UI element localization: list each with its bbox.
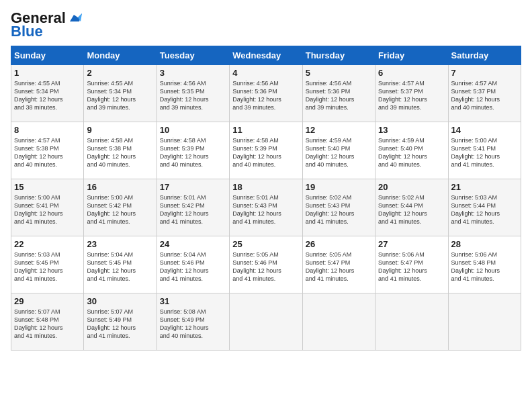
logo-blue-text: Blue xyxy=(11,23,43,40)
header-tuesday: Tuesday xyxy=(157,46,229,65)
calendar-cell: 30Sunrise: 5:07 AM Sunset: 5:49 PM Dayli… xyxy=(84,293,157,351)
header: General Blue xyxy=(11,11,521,40)
day-number: 14 xyxy=(451,125,518,135)
header-sunday: Sunday xyxy=(11,46,84,65)
day-number: 4 xyxy=(232,68,299,78)
day-number: 5 xyxy=(306,68,372,78)
day-number: 2 xyxy=(87,68,153,78)
day-number: 28 xyxy=(451,239,518,249)
day-number: 9 xyxy=(87,125,153,135)
week-row-3: 15Sunrise: 5:00 AM Sunset: 5:41 PM Dayli… xyxy=(11,179,521,236)
week-row-1: 1Sunrise: 4:55 AM Sunset: 5:34 PM Daylig… xyxy=(11,65,521,122)
header-row: SundayMondayTuesdayWednesdayThursdayFrid… xyxy=(11,46,521,65)
calendar-cell xyxy=(448,293,521,351)
day-number: 7 xyxy=(451,68,518,78)
day-number: 8 xyxy=(14,125,81,135)
cell-data: Sunrise: 5:08 AM Sunset: 5:49 PM Dayligh… xyxy=(160,308,226,340)
calendar-cell: 18Sunrise: 5:01 AM Sunset: 5:43 PM Dayli… xyxy=(230,179,302,236)
day-number: 16 xyxy=(87,182,153,192)
cell-data: Sunrise: 5:01 AM Sunset: 5:43 PM Dayligh… xyxy=(232,193,299,226)
calendar-cell: 23Sunrise: 5:04 AM Sunset: 5:45 PM Dayli… xyxy=(84,236,157,293)
cell-data: Sunrise: 5:03 AM Sunset: 5:44 PM Dayligh… xyxy=(451,193,518,226)
cell-data: Sunrise: 5:00 AM Sunset: 5:42 PM Dayligh… xyxy=(87,193,153,226)
cell-data: Sunrise: 4:59 AM Sunset: 5:40 PM Dayligh… xyxy=(306,136,372,169)
day-number: 22 xyxy=(14,239,81,249)
cell-data: Sunrise: 4:56 AM Sunset: 5:36 PM Dayligh… xyxy=(306,79,372,112)
calendar-cell xyxy=(302,293,375,351)
calendar-cell: 14Sunrise: 5:00 AM Sunset: 5:41 PM Dayli… xyxy=(448,122,521,179)
day-number: 24 xyxy=(160,239,226,249)
day-number: 20 xyxy=(378,182,445,192)
header-thursday: Thursday xyxy=(302,46,375,65)
calendar-cell: 7Sunrise: 4:57 AM Sunset: 5:37 PM Daylig… xyxy=(448,65,521,122)
calendar-cell: 2Sunrise: 4:55 AM Sunset: 5:34 PM Daylig… xyxy=(84,65,157,122)
header-saturday: Saturday xyxy=(448,46,521,65)
cell-data: Sunrise: 5:02 AM Sunset: 5:43 PM Dayligh… xyxy=(306,193,372,226)
cell-data: Sunrise: 4:58 AM Sunset: 5:39 PM Dayligh… xyxy=(232,136,299,169)
cell-data: Sunrise: 5:01 AM Sunset: 5:42 PM Dayligh… xyxy=(160,193,226,226)
cell-data: Sunrise: 5:03 AM Sunset: 5:45 PM Dayligh… xyxy=(14,250,81,283)
calendar-cell: 9Sunrise: 4:58 AM Sunset: 5:38 PM Daylig… xyxy=(84,122,157,179)
calendar-cell: 13Sunrise: 4:59 AM Sunset: 5:40 PM Dayli… xyxy=(375,122,448,179)
calendar-cell: 25Sunrise: 5:05 AM Sunset: 5:46 PM Dayli… xyxy=(230,236,302,293)
cell-data: Sunrise: 5:04 AM Sunset: 5:46 PM Dayligh… xyxy=(160,250,226,283)
day-number: 1 xyxy=(14,68,81,78)
cell-data: Sunrise: 4:55 AM Sunset: 5:34 PM Dayligh… xyxy=(87,79,153,112)
day-number: 30 xyxy=(87,296,153,306)
day-number: 26 xyxy=(306,239,372,249)
cell-data: Sunrise: 5:02 AM Sunset: 5:44 PM Dayligh… xyxy=(378,193,445,226)
day-number: 25 xyxy=(232,239,299,249)
calendar-cell: 15Sunrise: 5:00 AM Sunset: 5:41 PM Dayli… xyxy=(11,179,84,236)
cell-data: Sunrise: 4:58 AM Sunset: 5:38 PM Dayligh… xyxy=(87,136,153,169)
week-row-5: 29Sunrise: 5:07 AM Sunset: 5:48 PM Dayli… xyxy=(11,293,521,351)
calendar-table: SundayMondayTuesdayWednesdayThursdayFrid… xyxy=(11,46,521,351)
cell-data: Sunrise: 5:05 AM Sunset: 5:46 PM Dayligh… xyxy=(232,250,299,283)
week-row-2: 8Sunrise: 4:57 AM Sunset: 5:38 PM Daylig… xyxy=(11,122,521,179)
logo-bird-icon xyxy=(67,12,82,24)
cell-data: Sunrise: 4:57 AM Sunset: 5:38 PM Dayligh… xyxy=(14,136,81,169)
calendar-cell: 4Sunrise: 4:56 AM Sunset: 5:36 PM Daylig… xyxy=(230,65,302,122)
calendar-cell: 22Sunrise: 5:03 AM Sunset: 5:45 PM Dayli… xyxy=(11,236,84,293)
calendar-cell: 26Sunrise: 5:05 AM Sunset: 5:47 PM Dayli… xyxy=(302,236,375,293)
day-number: 11 xyxy=(232,125,299,135)
day-number: 27 xyxy=(378,239,445,249)
cell-data: Sunrise: 5:06 AM Sunset: 5:48 PM Dayligh… xyxy=(451,250,518,283)
cell-data: Sunrise: 4:58 AM Sunset: 5:39 PM Dayligh… xyxy=(160,136,226,169)
day-number: 12 xyxy=(306,125,372,135)
calendar-cell: 6Sunrise: 4:57 AM Sunset: 5:37 PM Daylig… xyxy=(375,65,448,122)
calendar-cell: 20Sunrise: 5:02 AM Sunset: 5:44 PM Dayli… xyxy=(375,179,448,236)
cell-data: Sunrise: 4:56 AM Sunset: 5:36 PM Dayligh… xyxy=(232,79,299,112)
calendar-cell xyxy=(375,293,448,351)
cell-data: Sunrise: 4:57 AM Sunset: 5:37 PM Dayligh… xyxy=(378,79,445,112)
calendar-cell: 24Sunrise: 5:04 AM Sunset: 5:46 PM Dayli… xyxy=(157,236,229,293)
day-number: 31 xyxy=(160,296,226,306)
calendar-cell: 19Sunrise: 5:02 AM Sunset: 5:43 PM Dayli… xyxy=(302,179,375,236)
day-number: 23 xyxy=(87,239,153,249)
logo: General Blue xyxy=(11,11,82,40)
cell-data: Sunrise: 4:57 AM Sunset: 5:37 PM Dayligh… xyxy=(451,79,518,112)
cell-data: Sunrise: 5:05 AM Sunset: 5:47 PM Dayligh… xyxy=(306,250,372,283)
day-number: 29 xyxy=(14,296,81,306)
day-number: 17 xyxy=(160,182,226,192)
calendar-cell: 27Sunrise: 5:06 AM Sunset: 5:47 PM Dayli… xyxy=(375,236,448,293)
cell-data: Sunrise: 4:56 AM Sunset: 5:35 PM Dayligh… xyxy=(160,79,226,112)
day-number: 6 xyxy=(378,68,445,78)
day-number: 10 xyxy=(160,125,226,135)
cell-data: Sunrise: 5:04 AM Sunset: 5:45 PM Dayligh… xyxy=(87,250,153,283)
cell-data: Sunrise: 4:55 AM Sunset: 5:34 PM Dayligh… xyxy=(14,79,81,112)
calendar-cell: 1Sunrise: 4:55 AM Sunset: 5:34 PM Daylig… xyxy=(11,65,84,122)
calendar-cell xyxy=(230,293,302,351)
header-monday: Monday xyxy=(84,46,157,65)
header-friday: Friday xyxy=(375,46,448,65)
day-number: 18 xyxy=(232,182,299,192)
calendar-cell: 17Sunrise: 5:01 AM Sunset: 5:42 PM Dayli… xyxy=(157,179,229,236)
cell-data: Sunrise: 5:07 AM Sunset: 5:49 PM Dayligh… xyxy=(87,308,153,340)
calendar-cell: 16Sunrise: 5:00 AM Sunset: 5:42 PM Dayli… xyxy=(84,179,157,236)
calendar-cell: 29Sunrise: 5:07 AM Sunset: 5:48 PM Dayli… xyxy=(11,293,84,351)
calendar-cell: 28Sunrise: 5:06 AM Sunset: 5:48 PM Dayli… xyxy=(448,236,521,293)
calendar-cell: 31Sunrise: 5:08 AM Sunset: 5:49 PM Dayli… xyxy=(157,293,229,351)
cell-data: Sunrise: 5:00 AM Sunset: 5:41 PM Dayligh… xyxy=(14,193,81,226)
cell-data: Sunrise: 4:59 AM Sunset: 5:40 PM Dayligh… xyxy=(378,136,445,169)
calendar-cell: 12Sunrise: 4:59 AM Sunset: 5:40 PM Dayli… xyxy=(302,122,375,179)
calendar-cell: 11Sunrise: 4:58 AM Sunset: 5:39 PM Dayli… xyxy=(230,122,302,179)
